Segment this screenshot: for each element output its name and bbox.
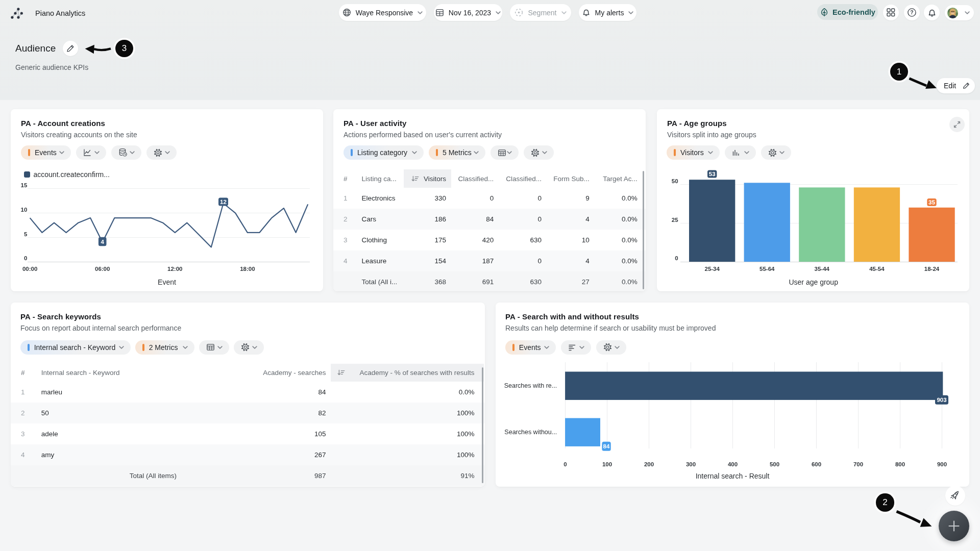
svg-text:35-44: 35-44 [815, 266, 830, 272]
svg-text:18-24: 18-24 [924, 266, 940, 272]
svg-text:00:00: 00:00 [22, 266, 37, 272]
svg-text:5: 5 [24, 231, 28, 237]
svg-text:800: 800 [895, 461, 905, 467]
svg-text:12:00: 12:00 [167, 266, 182, 272]
svg-text:15: 15 [21, 182, 28, 188]
svg-text:Searches with re...: Searches with re... [504, 382, 557, 389]
svg-text:25-34: 25-34 [704, 266, 720, 272]
svg-text:500: 500 [770, 461, 779, 467]
svg-text:55-64: 55-64 [760, 266, 775, 272]
svg-text:18:00: 18:00 [240, 266, 255, 272]
svg-text:903: 903 [937, 397, 946, 403]
svg-text:300: 300 [686, 461, 696, 467]
svg-text:12: 12 [220, 199, 227, 205]
svg-text:User age group: User age group [789, 278, 838, 286]
svg-text:53: 53 [709, 171, 716, 177]
svg-text:06:00: 06:00 [95, 266, 110, 272]
svg-text:0: 0 [24, 255, 27, 261]
svg-text:400: 400 [728, 461, 738, 467]
svg-text:0: 0 [675, 255, 678, 261]
svg-text:Searches withou...: Searches withou... [504, 429, 557, 436]
svg-text:10: 10 [21, 207, 28, 213]
svg-text:0: 0 [564, 461, 567, 467]
svg-text:900: 900 [937, 461, 947, 467]
svg-text:100: 100 [602, 461, 612, 467]
svg-text:700: 700 [853, 461, 863, 467]
svg-text:?: ? [910, 9, 913, 15]
svg-text:4: 4 [101, 239, 104, 245]
svg-text:600: 600 [812, 461, 821, 467]
svg-text:25: 25 [672, 217, 678, 223]
svg-text:45-54: 45-54 [869, 266, 885, 272]
svg-text:50: 50 [672, 178, 678, 184]
svg-text:35: 35 [928, 199, 935, 205]
svg-text:200: 200 [644, 461, 654, 467]
svg-text:Event: Event [158, 278, 176, 286]
svg-text:84: 84 [603, 443, 610, 449]
svg-text:Internal search - Result: Internal search - Result [696, 472, 770, 480]
